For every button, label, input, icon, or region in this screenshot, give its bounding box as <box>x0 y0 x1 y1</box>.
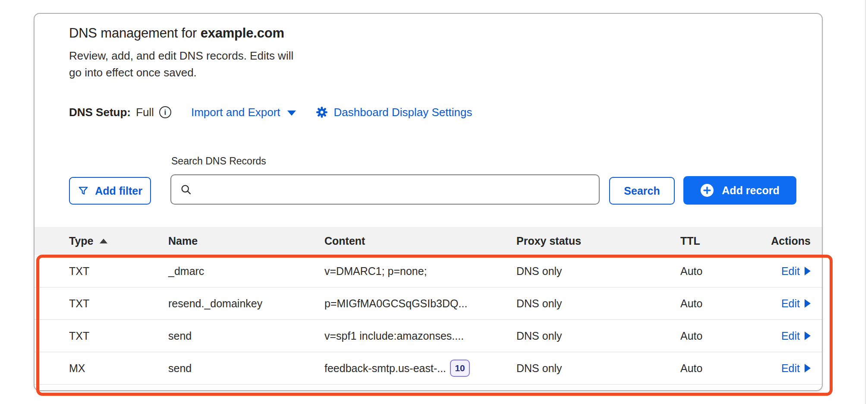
table-row-domainkey: TXT resend._domainkey p=MIGfMA0GCSqGSIb3… <box>35 287 822 320</box>
import-export-label: Import and Export <box>191 106 280 119</box>
page-edge-divider <box>865 0 866 404</box>
table-header-row: Type Name Content Proxy status TTL Actio… <box>35 227 822 255</box>
search-input[interactable] <box>198 175 590 204</box>
dns-management-page: DNS management for example.com Review, a… <box>0 0 868 404</box>
table-row-mx: MX send feedback-smtp.us-east-... 10 DNS… <box>35 352 822 385</box>
add-record-button[interactable]: Add record <box>683 176 796 205</box>
add-filter-button[interactable]: Add filter <box>69 177 151 205</box>
cell-proxy-status: DNS only <box>516 265 680 278</box>
column-header-type[interactable]: Type <box>69 235 168 247</box>
dns-setup-row: DNS Setup: Full Import and Export <box>69 105 805 119</box>
page-title: DNS management for example.com <box>69 23 805 43</box>
gear-icon <box>316 106 328 118</box>
cell-type: MX <box>69 362 168 375</box>
filter-funnel-icon <box>78 185 89 196</box>
plus-circle-icon <box>700 183 714 197</box>
chevron-right-icon <box>805 331 811 340</box>
cell-content: v=spf1 include:amazonses.... <box>324 330 516 342</box>
priority-badge: 10 <box>450 360 470 377</box>
dns-setup-label: DNS Setup: <box>69 106 131 119</box>
search-label: Search DNS Records <box>171 155 600 167</box>
cell-type: TXT <box>69 330 168 342</box>
cell-name: send <box>168 330 324 342</box>
table-row-spf: TXT send v=spf1 include:amazonses.... DN… <box>35 320 822 352</box>
chevron-right-icon <box>805 364 811 372</box>
cell-name: _dmarc <box>168 265 324 278</box>
edit-record-link[interactable]: Edit <box>781 265 811 278</box>
dashboard-display-settings-label: Dashboard Display Settings <box>334 106 472 119</box>
cell-proxy-status: DNS only <box>516 362 680 375</box>
table-row-dmarc: TXT _dmarc v=DMARC1; p=none; DNS only Au… <box>35 255 822 287</box>
cell-proxy-status: DNS only <box>516 297 680 310</box>
dns-records-table: Type Name Content Proxy status TTL Actio… <box>35 227 822 385</box>
column-header-actions: Actions <box>771 235 811 247</box>
chevron-right-icon <box>805 267 811 275</box>
cell-type: TXT <box>69 265 168 278</box>
column-header-proxy-status: Proxy status <box>516 235 680 247</box>
cell-proxy-status: DNS only <box>516 330 680 342</box>
cell-content: v=DMARC1; p=none; <box>324 265 516 278</box>
dns-setup-value: Full <box>136 106 154 119</box>
search-button[interactable]: Search <box>609 177 675 205</box>
dashboard-display-settings-link[interactable]: Dashboard Display Settings <box>316 106 472 119</box>
cell-ttl: Auto <box>680 362 761 375</box>
dns-management-card: DNS management for example.com Review, a… <box>34 13 823 391</box>
search-group: Search DNS Records <box>170 155 600 205</box>
cell-type: TXT <box>69 297 168 310</box>
add-record-label: Add record <box>722 184 779 197</box>
chevron-down-icon <box>287 110 296 116</box>
page-description: Review, add, and edit DNS records. Edits… <box>69 47 300 81</box>
edit-record-link[interactable]: Edit <box>781 330 811 342</box>
cell-ttl: Auto <box>680 330 761 342</box>
cell-ttl: Auto <box>680 297 761 310</box>
card-body: DNS management for example.com Review, a… <box>35 14 822 205</box>
cell-name: send <box>168 362 324 375</box>
add-filter-label: Add filter <box>95 185 142 197</box>
edit-record-link[interactable]: Edit <box>781 297 811 310</box>
edit-record-link[interactable]: Edit <box>781 362 811 375</box>
column-header-ttl: TTL <box>680 235 761 247</box>
column-header-content: Content <box>324 235 516 247</box>
chevron-right-icon <box>805 299 811 308</box>
page-title-prefix: DNS management for <box>69 25 201 41</box>
search-icon <box>180 183 192 196</box>
column-header-name: Name <box>168 235 324 247</box>
cell-name: resend._domainkey <box>168 297 324 310</box>
cell-content: p=MIGfMA0GCSqGSIb3DQ... <box>324 297 516 310</box>
sort-ascending-icon <box>100 239 107 243</box>
cell-ttl: Auto <box>680 265 761 278</box>
search-box[interactable] <box>170 174 600 205</box>
cell-content: feedback-smtp.us-east-... 10 <box>324 360 516 377</box>
import-export-dropdown[interactable]: Import and Export <box>191 106 296 119</box>
page-title-domain: example.com <box>201 25 284 41</box>
records-toolbar: Add filter Search DNS Records Search <box>69 155 805 205</box>
info-circle-icon[interactable] <box>159 106 171 118</box>
